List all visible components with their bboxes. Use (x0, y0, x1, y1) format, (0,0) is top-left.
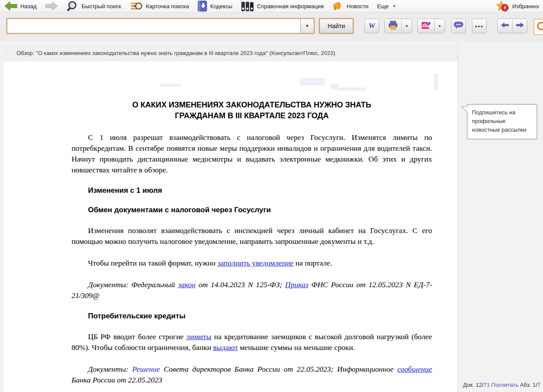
codes-button[interactable]: Кодексы (198, 0, 232, 12)
search-history-dropdown[interactable]: ▼ (300, 19, 314, 33)
blurred-artifact (434, 74, 438, 90)
codes-label: Кодексы (210, 3, 232, 10)
quick-search-icon (67, 1, 78, 12)
megaphone-icon (332, 1, 344, 11)
chevron-down-icon: ▼ (405, 24, 409, 28)
more-actions-button[interactable]: ••• (472, 19, 487, 33)
clock-icon (537, 22, 543, 32)
paragraph-counter-label: Абз. 1/ (520, 382, 537, 388)
quick-search-button[interactable]: Быстрый поиск (67, 1, 121, 12)
news-button[interactable]: Новости (332, 1, 368, 11)
blurred-artifact (338, 87, 366, 91)
codes-icon (198, 0, 207, 12)
next-fragment-button[interactable] (512, 19, 527, 33)
subscribe-tooltip[interactable]: Подпишитесь на профильные новостные расс… (467, 104, 537, 139)
content-area: Обзор: "О каких изменениях законодательс… (0, 41, 543, 392)
print-button[interactable] (385, 19, 401, 33)
favorites-star-icon (496, 0, 509, 12)
binders-icon (241, 1, 254, 12)
gosuslugi-paragraph: Изменения позволят взаимодействовать с и… (72, 225, 432, 247)
search-combo: ▼ (6, 18, 315, 34)
chevron-down-icon: ▼ (306, 24, 309, 28)
documents-paragraph-1: Документы: Федеральный закон от 14.04.20… (72, 279, 432, 301)
blurred-artifact (300, 78, 325, 85)
svg-text:ab: ab (422, 22, 427, 26)
forward-button[interactable] (45, 1, 58, 11)
arrow-right-icon (516, 22, 524, 30)
notification-link[interactable]: заполнить уведомление (218, 259, 294, 267)
chevron-down-icon: ▼ (438, 24, 442, 28)
text-run: ЦБ РФ вводит более строгие (88, 332, 186, 341)
edge-partial-button[interactable] (533, 19, 543, 35)
text-run: на портале. (293, 259, 332, 267)
order-link[interactable]: Приказ (285, 280, 308, 289)
more-menu-button[interactable]: Еще ▼ (377, 3, 396, 10)
forward-icon (45, 1, 58, 11)
document-title-line2: ГРАЖДАНАМ В III КВАРТАЛЕ 2023 ГОДА (72, 110, 432, 121)
blurred-artifact (159, 84, 182, 87)
back-label: Назад (20, 3, 36, 10)
print-dropdown[interactable]: ▼ (401, 19, 412, 33)
find-button[interactable]: Найти (319, 19, 353, 33)
text-run: от 14.04.2023 N 125-ФЗ; (195, 280, 285, 289)
paragraph-total: 7 (537, 382, 540, 388)
chevron-down-icon: ▼ (393, 4, 396, 8)
status-bar: Док. 12/71 Посчитать Абз. 1/7 (463, 382, 540, 388)
highlighter-icon: ab (421, 21, 431, 32)
export-word-button[interactable]: W (364, 19, 379, 33)
intro-paragraph: С 1 июля разрешат взаимодействовать с на… (72, 132, 432, 175)
favorites-button[interactable]: Избранное (496, 0, 539, 12)
search-card-icon (130, 1, 143, 11)
page-top-margin (72, 62, 432, 100)
document-header-title: Обзор: "О каких изменениях законодательс… (16, 50, 335, 56)
more-menu-label: Еще (377, 3, 388, 10)
heading-july: Изменения с 1 июля (88, 186, 432, 195)
word-icon: W (368, 22, 375, 30)
document-view: Обзор: "О каких изменениях законодательс… (3, 45, 458, 392)
printer-icon (388, 20, 398, 32)
main-toolbar: Назад Быстрый поиск Карточка поиска Коде… (0, 0, 543, 13)
text-run: Чтобы перейти на такой формат, нужно (88, 259, 218, 267)
subscribe-tooltip-text: Подпишитесь на профильные новостные расс… (472, 109, 527, 133)
comment-bubble-icon (453, 21, 464, 31)
reference-info-button[interactable]: Справочная информация (241, 1, 324, 12)
text-run: Банка России от 22.05.2023 (72, 376, 162, 384)
prev-fragment-button[interactable] (497, 19, 512, 33)
favorites-label: Избранное (512, 3, 539, 10)
highlight-dropdown[interactable]: ▼ (434, 19, 445, 33)
comment-button[interactable] (451, 19, 466, 33)
tooltip-tail-icon (461, 105, 468, 113)
find-button-wrap: Найти (319, 18, 354, 34)
text-run: Документы: Федеральный (88, 280, 178, 289)
message-link[interactable]: сообщение (397, 365, 432, 373)
news-label: Новости (347, 3, 368, 10)
search-card-label: Карточка поиска (146, 3, 189, 10)
heading-credit: Потребительские кредиты (88, 312, 432, 321)
quick-search-label: Быстрый поиск (81, 3, 121, 10)
format-paragraph: Чтобы перейти на такой формат, нужно зап… (72, 258, 432, 269)
back-button[interactable]: Назад (4, 1, 36, 11)
text-run: меньшие суммы на меньшие сроки. (238, 343, 355, 352)
heading-gosuslugi: Обмен документами с налоговой через Госу… (88, 206, 432, 214)
arrow-left-icon (501, 22, 509, 30)
count-link[interactable]: Посчитать (491, 382, 518, 388)
search-card-button[interactable]: Карточка поиска (130, 1, 189, 11)
credit-paragraph: ЦБ РФ вводит более строгие лимиты на кре… (72, 331, 432, 353)
decision-link[interactable]: Решение (132, 365, 160, 373)
limits-link[interactable]: лимиты (186, 332, 211, 341)
document-title-line1: О КАКИХ ИЗМЕНЕНИЯХ ЗАКОНОДАТЕЛЬСТВА НУЖН… (72, 100, 432, 110)
issue-link[interactable]: выдают (213, 343, 238, 352)
document-toolbar: ▼ Найти W ▼ ab ▼ ••• (0, 13, 543, 41)
doc-total: 71 (484, 382, 490, 388)
doc-counter-label: Док. 12/ (463, 382, 484, 388)
text-run: Документы: (88, 365, 132, 373)
highlight-button[interactable]: ab (418, 19, 434, 33)
search-input[interactable] (7, 19, 300, 33)
document-title: О КАКИХ ИЗМЕНЕНИЯХ ЗАКОНОДАТЕЛЬСТВА НУЖН… (72, 100, 432, 121)
law-link[interactable]: закон (178, 280, 196, 289)
document-page[interactable]: О КАКИХ ИЗМЕНЕНИЯХ ЗАКОНОДАТЕЛЬСТВА НУЖН… (3, 62, 458, 392)
back-icon (4, 1, 17, 11)
highlight-split-button: ab ▼ (417, 19, 445, 33)
text-run: Совета директоров Банка России от 22.05.… (160, 365, 397, 373)
doc-nav-buttons (497, 19, 527, 33)
